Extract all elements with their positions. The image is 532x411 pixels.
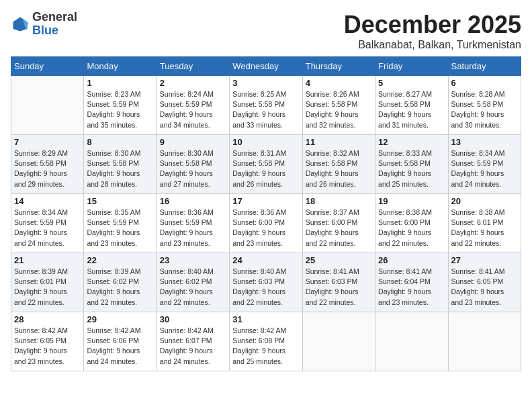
calendar-cell: 7Sunrise: 8:29 AMSunset: 5:58 PMDaylight… <box>11 135 84 194</box>
logo: General Blue <box>11 11 77 38</box>
day-info: Sunrise: 8:31 AMSunset: 5:58 PMDaylight:… <box>232 148 299 189</box>
day-number: 5 <box>378 78 445 88</box>
weekday-header-saturday: Saturday <box>448 57 521 76</box>
calendar-cell <box>448 312 521 371</box>
page-header: General Blue December 2025 Balkanabat, B… <box>11 11 521 51</box>
calendar-table: SundayMondayTuesdayWednesdayThursdayFrid… <box>11 56 521 371</box>
day-number: 15 <box>87 196 153 206</box>
day-number: 24 <box>232 255 299 265</box>
day-number: 18 <box>306 196 372 206</box>
day-number: 14 <box>14 196 81 206</box>
title-block: December 2025 Balkanabat, Balkan, Turkme… <box>344 11 521 51</box>
calendar-cell: 4Sunrise: 8:26 AMSunset: 5:58 PMDaylight… <box>302 76 375 135</box>
weekday-header-tuesday: Tuesday <box>157 57 229 76</box>
calendar-cell: 3Sunrise: 8:25 AMSunset: 5:58 PMDaylight… <box>230 76 302 135</box>
day-info: Sunrise: 8:34 AMSunset: 5:59 PMDaylight:… <box>451 148 518 189</box>
calendar-cell: 11Sunrise: 8:32 AMSunset: 5:58 PMDayligh… <box>302 135 375 194</box>
calendar-cell: 22Sunrise: 8:39 AMSunset: 6:02 PMDayligh… <box>84 253 157 312</box>
day-info: Sunrise: 8:33 AMSunset: 5:58 PMDaylight:… <box>378 148 445 189</box>
day-info: Sunrise: 8:26 AMSunset: 5:58 PMDaylight:… <box>306 89 372 130</box>
calendar-cell: 13Sunrise: 8:34 AMSunset: 5:59 PMDayligh… <box>448 135 521 194</box>
calendar-cell: 31Sunrise: 8:42 AMSunset: 6:08 PMDayligh… <box>230 312 302 371</box>
day-info: Sunrise: 8:28 AMSunset: 5:58 PMDaylight:… <box>451 89 518 130</box>
calendar-week-row: 21Sunrise: 8:39 AMSunset: 6:01 PMDayligh… <box>11 253 521 312</box>
calendar-cell: 29Sunrise: 8:42 AMSunset: 6:06 PMDayligh… <box>84 312 157 371</box>
day-info: Sunrise: 8:41 AMSunset: 6:03 PMDaylight:… <box>306 267 372 308</box>
day-info: Sunrise: 8:37 AMSunset: 6:00 PMDaylight:… <box>306 208 372 248</box>
day-info: Sunrise: 8:24 AMSunset: 5:59 PMDaylight:… <box>160 89 226 130</box>
calendar-cell: 23Sunrise: 8:40 AMSunset: 6:02 PMDayligh… <box>157 253 229 312</box>
calendar-cell: 10Sunrise: 8:31 AMSunset: 5:58 PMDayligh… <box>230 135 302 194</box>
day-info: Sunrise: 8:38 AMSunset: 6:01 PMDaylight:… <box>451 208 518 248</box>
day-info: Sunrise: 8:32 AMSunset: 5:58 PMDaylight:… <box>306 148 372 189</box>
calendar-cell: 21Sunrise: 8:39 AMSunset: 6:01 PMDayligh… <box>11 253 84 312</box>
day-number: 20 <box>451 196 518 206</box>
calendar-cell: 9Sunrise: 8:30 AMSunset: 5:58 PMDaylight… <box>157 135 229 194</box>
day-info: Sunrise: 8:40 AMSunset: 6:02 PMDaylight:… <box>160 267 226 308</box>
day-number: 12 <box>378 137 445 147</box>
day-number: 25 <box>306 255 372 265</box>
day-number: 19 <box>378 196 445 206</box>
day-info: Sunrise: 8:42 AMSunset: 6:08 PMDaylight:… <box>232 326 299 367</box>
day-info: Sunrise: 8:42 AMSunset: 6:07 PMDaylight:… <box>160 326 226 367</box>
day-number: 30 <box>160 314 226 324</box>
day-number: 4 <box>306 78 372 88</box>
day-number: 6 <box>451 78 518 88</box>
weekday-header-row: SundayMondayTuesdayWednesdayThursdayFrid… <box>11 57 521 76</box>
logo-icon <box>11 15 30 34</box>
day-info: Sunrise: 8:29 AMSunset: 5:58 PMDaylight:… <box>14 148 81 189</box>
calendar-cell: 20Sunrise: 8:38 AMSunset: 6:01 PMDayligh… <box>448 194 521 253</box>
calendar-cell: 27Sunrise: 8:41 AMSunset: 6:05 PMDayligh… <box>448 253 521 312</box>
calendar-cell: 30Sunrise: 8:42 AMSunset: 6:07 PMDayligh… <box>157 312 229 371</box>
day-number: 28 <box>14 314 81 324</box>
calendar-cell: 8Sunrise: 8:30 AMSunset: 5:58 PMDaylight… <box>84 135 157 194</box>
calendar-cell: 19Sunrise: 8:38 AMSunset: 6:00 PMDayligh… <box>375 194 448 253</box>
calendar-week-row: 7Sunrise: 8:29 AMSunset: 5:58 PMDaylight… <box>11 135 521 194</box>
calendar-cell: 18Sunrise: 8:37 AMSunset: 6:00 PMDayligh… <box>302 194 375 253</box>
weekday-header-sunday: Sunday <box>11 57 84 76</box>
logo-blue-text: Blue <box>32 24 77 38</box>
calendar-cell: 25Sunrise: 8:41 AMSunset: 6:03 PMDayligh… <box>302 253 375 312</box>
calendar-cell: 2Sunrise: 8:24 AMSunset: 5:59 PMDaylight… <box>157 76 229 135</box>
day-number: 10 <box>232 137 299 147</box>
day-number: 23 <box>160 255 226 265</box>
day-info: Sunrise: 8:23 AMSunset: 5:59 PMDaylight:… <box>87 89 153 130</box>
day-info: Sunrise: 8:36 AMSunset: 5:59 PMDaylight:… <box>160 208 226 248</box>
day-info: Sunrise: 8:34 AMSunset: 5:59 PMDaylight:… <box>14 208 81 248</box>
day-number: 13 <box>451 137 518 147</box>
day-info: Sunrise: 8:38 AMSunset: 6:00 PMDaylight:… <box>378 208 445 248</box>
day-number: 8 <box>87 137 153 147</box>
logo-general-text: General <box>32 11 77 24</box>
calendar-cell <box>11 76 84 135</box>
day-number: 2 <box>160 78 226 88</box>
day-number: 27 <box>451 255 518 265</box>
weekday-header-friday: Friday <box>375 57 448 76</box>
day-info: Sunrise: 8:42 AMSunset: 6:05 PMDaylight:… <box>14 326 81 367</box>
day-number: 29 <box>87 314 153 324</box>
calendar-week-row: 1Sunrise: 8:23 AMSunset: 5:59 PMDaylight… <box>11 76 521 135</box>
day-number: 1 <box>87 78 153 88</box>
day-info: Sunrise: 8:39 AMSunset: 6:02 PMDaylight:… <box>87 267 153 308</box>
calendar-cell: 26Sunrise: 8:41 AMSunset: 6:04 PMDayligh… <box>375 253 448 312</box>
day-number: 7 <box>14 137 81 147</box>
location-title: Balkanabat, Balkan, Turkmenistan <box>344 39 521 51</box>
day-number: 3 <box>232 78 299 88</box>
calendar-cell <box>375 312 448 371</box>
day-info: Sunrise: 8:27 AMSunset: 5:58 PMDaylight:… <box>378 89 445 130</box>
calendar-week-row: 14Sunrise: 8:34 AMSunset: 5:59 PMDayligh… <box>11 194 521 253</box>
weekday-header-monday: Monday <box>84 57 157 76</box>
day-info: Sunrise: 8:41 AMSunset: 6:05 PMDaylight:… <box>451 267 518 308</box>
calendar-cell: 28Sunrise: 8:42 AMSunset: 6:05 PMDayligh… <box>11 312 84 371</box>
day-info: Sunrise: 8:35 AMSunset: 5:59 PMDaylight:… <box>87 208 153 248</box>
calendar-cell: 6Sunrise: 8:28 AMSunset: 5:58 PMDaylight… <box>448 76 521 135</box>
calendar-cell: 14Sunrise: 8:34 AMSunset: 5:59 PMDayligh… <box>11 194 84 253</box>
day-number: 21 <box>14 255 81 265</box>
day-info: Sunrise: 8:40 AMSunset: 6:03 PMDaylight:… <box>232 267 299 308</box>
calendar-cell: 15Sunrise: 8:35 AMSunset: 5:59 PMDayligh… <box>84 194 157 253</box>
day-number: 26 <box>378 255 445 265</box>
weekday-header-wednesday: Wednesday <box>230 57 302 76</box>
weekday-header-thursday: Thursday <box>302 57 375 76</box>
calendar-cell: 16Sunrise: 8:36 AMSunset: 5:59 PMDayligh… <box>157 194 229 253</box>
calendar-cell: 17Sunrise: 8:36 AMSunset: 6:00 PMDayligh… <box>230 194 302 253</box>
day-info: Sunrise: 8:41 AMSunset: 6:04 PMDaylight:… <box>378 267 445 308</box>
